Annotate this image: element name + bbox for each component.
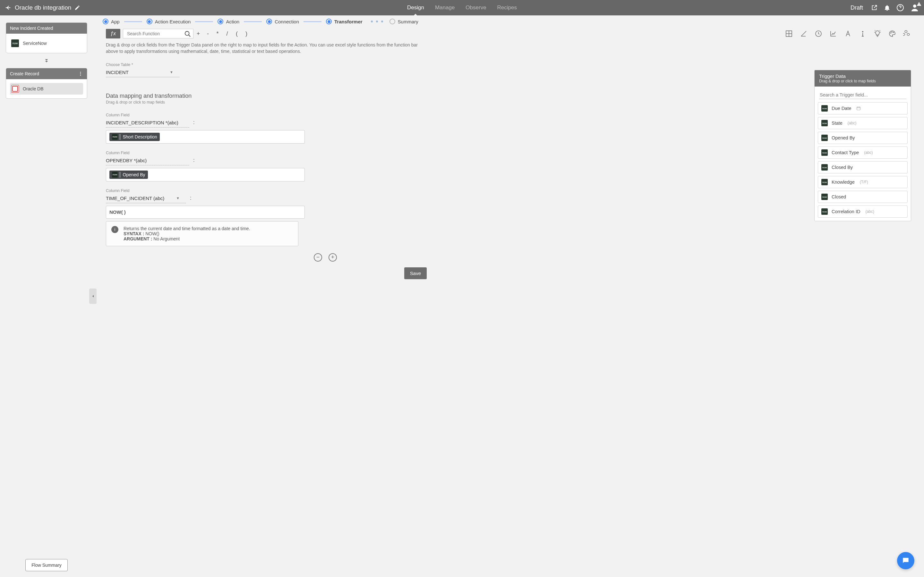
page-title: Oracle db integration xyxy=(15,4,71,11)
action-card-title: Create Record xyxy=(10,71,39,76)
category-info-icon[interactable] xyxy=(859,29,867,38)
servicenow-icon: now xyxy=(821,135,828,141)
mapping-heading: Data mapping and transformation xyxy=(106,93,911,99)
category-chart-icon[interactable] xyxy=(829,29,837,38)
trigger-app[interactable]: now ServiceNow xyxy=(10,37,83,49)
app-header: Oracle db integration Design Manage Obse… xyxy=(0,0,924,15)
function-bar: ƒx + - * / ( ) xyxy=(106,29,911,39)
category-palette-icon[interactable] xyxy=(888,29,897,38)
calendar-icon xyxy=(856,106,861,111)
mapping-row: Column Field OPENEDBY *(abc) : now Opene… xyxy=(106,151,911,181)
header-tabs: Design Manage Observe Recipes xyxy=(407,5,517,11)
op-multiply[interactable]: * xyxy=(213,31,222,37)
trigger-panel-title: Trigger Data xyxy=(819,73,906,79)
action-card-menu-icon[interactable] xyxy=(78,71,83,76)
trigger-card[interactable]: New Incident Created now ServiceNow xyxy=(6,23,87,53)
op-paren-close[interactable]: ) xyxy=(242,31,251,37)
mapping-value-box[interactable]: now Short Description xyxy=(106,130,305,143)
servicenow-icon: now xyxy=(821,105,828,111)
trigger-field[interactable]: nowKnowledge(T/F) xyxy=(818,176,908,188)
trigger-field[interactable]: nowClosed xyxy=(818,191,908,203)
servicenow-icon: now xyxy=(821,149,828,156)
trigger-field[interactable]: nowCorrelation ID(abc) xyxy=(818,205,908,218)
hint-text: Drag & drop or click fields from the Tri… xyxy=(106,42,430,55)
save-button[interactable]: Save xyxy=(404,268,427,279)
search-function-input[interactable] xyxy=(123,29,194,39)
step-action-exec[interactable]: Action Execution xyxy=(147,19,191,24)
tab-design[interactable]: Design xyxy=(407,5,424,11)
progress-stepper: App Action Execution Action Connection T… xyxy=(93,15,924,27)
step-summary[interactable]: Summary xyxy=(389,19,418,24)
category-table-icon[interactable] xyxy=(785,29,793,38)
step-dots xyxy=(371,21,383,23)
trigger-data-panel: Trigger Data Drag & drop or click to map… xyxy=(814,70,911,221)
collapse-sidebar-button[interactable] xyxy=(89,288,97,304)
tab-observe[interactable]: Observe xyxy=(465,5,486,11)
column-select[interactable]: OPENEDBY *(abc) xyxy=(106,156,189,165)
fx-icon[interactable]: ƒx xyxy=(106,29,120,39)
remove-mapping-button[interactable]: − xyxy=(314,253,322,261)
column-select[interactable]: INCIDENT_DESCRIPTION *(abc) xyxy=(106,119,189,127)
chat-fab[interactable] xyxy=(897,552,914,569)
mapped-field-chip[interactable]: now Opened By xyxy=(110,171,148,179)
add-remove-row: − + xyxy=(106,253,337,261)
edit-title-icon[interactable] xyxy=(74,5,80,11)
mapped-field-chip[interactable]: now Short Description xyxy=(110,133,160,141)
mapping-value-box[interactable]: now Opened By xyxy=(106,168,305,181)
tab-recipes[interactable]: Recipes xyxy=(497,5,517,11)
warning-badge-icon xyxy=(917,2,921,6)
choose-table-label: Choose Table * xyxy=(106,63,911,67)
open-external-icon[interactable] xyxy=(871,4,878,11)
servicenow-icon: now xyxy=(821,179,828,185)
servicenow-icon: now xyxy=(821,164,828,171)
op-paren-open[interactable]: ( xyxy=(232,31,242,37)
servicenow-icon: now xyxy=(11,39,19,47)
category-idea-icon[interactable] xyxy=(873,29,882,38)
svg-point-11 xyxy=(893,32,894,33)
action-card[interactable]: Create Record Oracle DB xyxy=(6,68,87,99)
choose-table-select[interactable]: INCIDENT▼ xyxy=(106,68,180,77)
step-connection[interactable]: Connection xyxy=(266,19,299,24)
svg-point-4 xyxy=(80,75,81,76)
op-minus[interactable]: - xyxy=(203,31,213,37)
action-app[interactable]: Oracle DB xyxy=(10,83,83,95)
trigger-field[interactable]: nowContact Type(abc) xyxy=(818,147,908,159)
step-action[interactable]: Action xyxy=(218,19,239,24)
flow-summary-button[interactable]: Flow Summary xyxy=(25,559,67,571)
step-app[interactable]: App xyxy=(103,19,120,24)
mapping-row: Column Field TIME_OF_INCIDENT (abc)▼ : N… xyxy=(106,189,911,246)
svg-point-5 xyxy=(185,31,189,35)
add-mapping-button[interactable]: + xyxy=(328,253,337,261)
svg-point-10 xyxy=(892,32,892,32)
mapping-row: Column Field INCIDENT_DESCRIPTION *(abc)… xyxy=(106,113,911,143)
servicenow-icon: now xyxy=(821,208,828,215)
category-cubes-icon[interactable] xyxy=(903,29,911,38)
help-icon[interactable] xyxy=(897,4,904,11)
category-clock-icon[interactable] xyxy=(814,29,822,38)
servicenow-icon: now xyxy=(112,134,118,140)
op-divide[interactable]: / xyxy=(222,31,232,37)
svg-point-9 xyxy=(891,33,891,33)
tab-manage[interactable]: Manage xyxy=(435,5,455,11)
trigger-field[interactable]: nowOpened By xyxy=(818,132,908,144)
category-angle-icon[interactable] xyxy=(800,29,808,38)
column-select[interactable]: TIME_OF_INCIDENT (abc)▼ xyxy=(106,194,186,203)
op-plus[interactable]: + xyxy=(194,31,203,37)
trigger-field-search[interactable] xyxy=(819,91,906,99)
servicenow-icon: now xyxy=(112,172,118,177)
info-icon: i xyxy=(111,226,118,233)
trigger-field[interactable]: nowDue Date xyxy=(818,102,908,114)
back-arrow-icon[interactable] xyxy=(5,4,11,11)
bell-icon[interactable] xyxy=(884,4,891,11)
user-avatar-icon[interactable] xyxy=(910,3,919,13)
step-transformer[interactable]: Transformer xyxy=(326,19,363,24)
search-icon[interactable] xyxy=(184,31,191,37)
category-text-icon[interactable] xyxy=(844,29,852,38)
trigger-field[interactable]: nowState(abc) xyxy=(818,117,908,129)
svg-rect-12 xyxy=(857,107,861,110)
mapping-value-box[interactable]: NOW( ) xyxy=(106,206,305,219)
svg-point-2 xyxy=(80,72,81,73)
svg-point-3 xyxy=(80,73,81,74)
trigger-panel-sub: Drag & drop or click to map fields xyxy=(819,79,906,83)
trigger-field[interactable]: nowClosed By xyxy=(818,161,908,173)
